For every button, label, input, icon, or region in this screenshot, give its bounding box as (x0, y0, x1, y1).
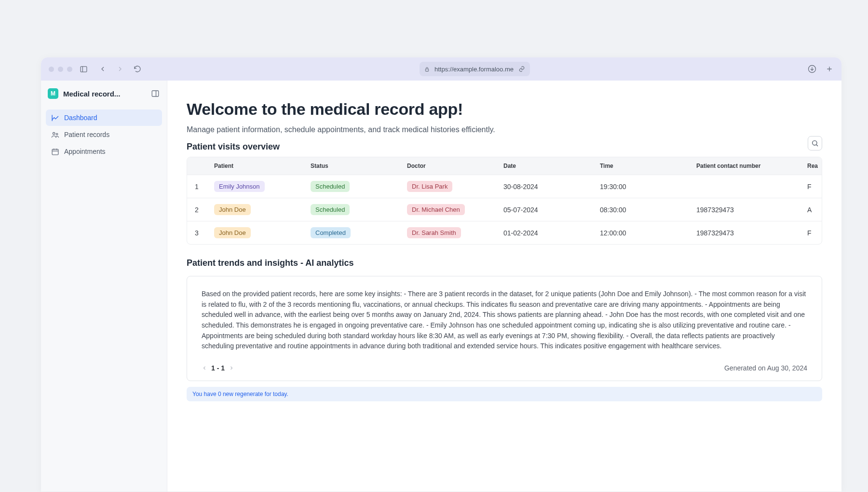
sidebar-toggle-icon[interactable] (79, 65, 88, 73)
regenerate-banner[interactable]: You have 0 new regenerate for today. (187, 387, 822, 401)
lock-icon (424, 67, 430, 72)
table-row[interactable]: 3John DoeCompletedDr. Sarah Smith01-02-2… (187, 221, 822, 245)
nav-list: Dashboard Patient records Appointments (41, 107, 167, 163)
svg-point-9 (53, 132, 54, 134)
row-index: 3 (187, 221, 210, 245)
table-header-contact[interactable]: Patient contact number (692, 157, 803, 175)
pager-range: 1 - 1 (211, 364, 225, 372)
sidebar-item-appointments[interactable]: Appointments (46, 143, 162, 160)
minimize-window-dot[interactable] (58, 67, 63, 72)
status-badge: Scheduled (311, 204, 350, 215)
cell-doctor: Dr. Lisa Park (403, 175, 500, 198)
app-title: Medical record... (63, 90, 131, 98)
cell-reason: A (803, 198, 822, 221)
cell-patient: John Doe (210, 198, 307, 221)
cell-doctor: Dr. Sarah Smith (403, 221, 500, 245)
people-icon (51, 130, 59, 139)
table-header-date[interactable]: Date (500, 157, 596, 175)
table-header-time[interactable]: Time (596, 157, 692, 175)
back-icon[interactable] (98, 65, 107, 73)
doctor-badge: Dr. Sarah Smith (407, 227, 461, 238)
cell-time: 19:30:00 (596, 175, 692, 198)
pager-next-icon[interactable] (229, 365, 234, 371)
sidebar: M Medical record... Dashboard Pa (41, 81, 167, 492)
cell-status: Completed (307, 221, 403, 245)
forward-icon (116, 65, 124, 73)
svg-rect-7 (152, 91, 159, 96)
status-badge: Completed (311, 227, 351, 238)
calendar-icon (51, 147, 59, 156)
ai-insights-card: Based on the provided patient records, h… (187, 276, 822, 381)
svg-rect-2 (425, 69, 428, 71)
cell-date: 05-07-2024 (500, 198, 596, 221)
download-icon[interactable] (808, 65, 816, 73)
svg-rect-0 (81, 66, 87, 71)
cell-patient: Emily Johnson (210, 175, 307, 198)
patient-badge: John Doe (214, 227, 251, 238)
cell-contact: 1987329473 (692, 198, 803, 221)
svg-point-15 (813, 140, 817, 145)
table-header-idx (187, 157, 210, 175)
new-tab-icon[interactable] (825, 65, 834, 73)
status-badge: Scheduled (311, 181, 350, 192)
row-index: 2 (187, 198, 210, 221)
url-bar[interactable]: https://example.formaloo.me (420, 62, 530, 76)
search-button[interactable] (808, 136, 822, 150)
sidebar-header: M Medical record... (41, 81, 167, 107)
visits-heading: Patient visits overview (187, 142, 280, 152)
sidebar-item-label: Dashboard (64, 114, 97, 122)
app-logo: M (48, 88, 58, 99)
cell-time: 08:30:00 (596, 198, 692, 221)
table-header-patient[interactable]: Patient (210, 157, 307, 175)
cell-contact: 1987329473 (692, 221, 803, 245)
reload-icon[interactable] (133, 65, 142, 73)
sidebar-item-patient-records[interactable]: Patient records (46, 126, 162, 143)
page-title: Welcome to the medical record app! (187, 100, 822, 119)
cell-patient: John Doe (210, 221, 307, 245)
table-header-reason[interactable]: Rea (803, 157, 822, 175)
doctor-badge: Dr. Lisa Park (407, 181, 452, 192)
ai-pager: 1 - 1 (202, 364, 234, 372)
cell-reason: F (803, 221, 822, 245)
window-controls (49, 67, 72, 72)
patient-badge: John Doe (214, 204, 251, 215)
cell-time: 12:00:00 (596, 221, 692, 245)
cell-reason: F (803, 175, 822, 198)
cell-status: Scheduled (307, 175, 403, 198)
close-window-dot[interactable] (49, 67, 54, 72)
chart-line-icon (51, 113, 59, 122)
panel-toggle-icon[interactable] (150, 89, 160, 98)
main-content: Welcome to the medical record app! Manag… (167, 81, 841, 492)
ai-heading: Patient trends and insights - AI analyti… (187, 258, 822, 268)
url-text: https://example.formaloo.me (434, 66, 514, 73)
row-index: 1 (187, 175, 210, 198)
ai-insights-text: Based on the provided patient records, h… (202, 289, 807, 352)
link-icon (518, 66, 525, 72)
sidebar-item-label: Patient records (64, 131, 109, 138)
table-header-status[interactable]: Status (307, 157, 403, 175)
ai-generated-on: Generated on Aug 30, 2024 (724, 364, 807, 372)
page-subtitle: Manage patient information, schedule app… (187, 125, 822, 134)
svg-point-10 (56, 133, 58, 135)
maximize-window-dot[interactable] (67, 67, 72, 72)
pager-prev-icon[interactable] (202, 365, 207, 371)
cell-contact (692, 175, 803, 198)
cell-doctor: Dr. Michael Chen (403, 198, 500, 221)
svg-rect-11 (52, 149, 58, 154)
sidebar-item-label: Appointments (64, 148, 106, 155)
table-row[interactable]: 2John DoeScheduledDr. Michael Chen05-07-… (187, 198, 822, 221)
table-row[interactable]: 1Emily JohnsonScheduledDr. Lisa Park30-0… (187, 175, 822, 198)
browser-toolbar: https://example.formaloo.me (41, 57, 841, 81)
sidebar-item-dashboard[interactable]: Dashboard (46, 109, 162, 126)
table-header-doctor[interactable]: Doctor (403, 157, 500, 175)
cell-status: Scheduled (307, 198, 403, 221)
doctor-badge: Dr. Michael Chen (407, 204, 465, 215)
svg-line-16 (816, 145, 818, 146)
cell-date: 01-02-2024 (500, 221, 596, 245)
patient-badge: Emily Johnson (214, 181, 265, 192)
cell-date: 30-08-2024 (500, 175, 596, 198)
visits-table: Patient Status Doctor Date Time Patient … (187, 157, 822, 245)
browser-window: https://example.formaloo.me M Medical re… (41, 57, 841, 492)
search-icon (811, 139, 819, 147)
